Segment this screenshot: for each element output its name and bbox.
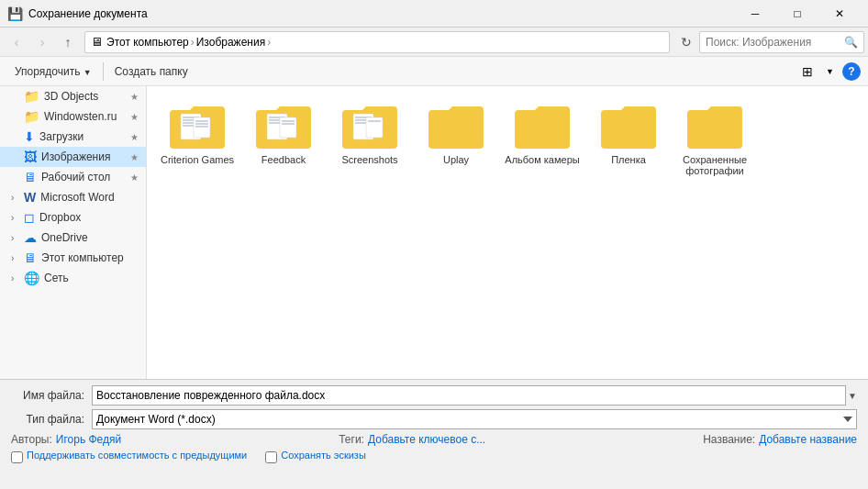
filetype-row: Тип файла: Документ Word (*.docx) [11, 409, 857, 429]
search-box[interactable]: 🔍 [699, 31, 864, 53]
forward-button[interactable]: › [29, 29, 55, 55]
nav-bar: ‹ › ↑ 🖥 Этот компьютер › Изображения › ↻… [0, 28, 868, 57]
sidebar-item-network[interactable]: › 🌐 Сеть [0, 268, 146, 288]
network-icon: 🌐 [24, 271, 39, 285]
download-icon: ⬇ [24, 129, 35, 144]
thumbnails-checkbox[interactable] [265, 451, 277, 463]
sidebar-item-3d-objects[interactable]: 📁 3D Objects ★ [0, 86, 146, 106]
sidebar-item-ms-word[interactable]: › W Microsoft Word [0, 187, 146, 207]
help-button[interactable]: ? [842, 62, 861, 81]
sidebar-item-this-pc[interactable]: › 🖥 Этот компьютер [0, 248, 146, 268]
title-bar-icon: 💾 [7, 6, 23, 21]
thumbnails-checkbox-text: Сохранять эскизы [281, 450, 366, 461]
minimize-button[interactable]: ─ [734, 0, 776, 28]
folder-icon-3d: 📁 [24, 89, 39, 104]
folder-plenka[interactable]: Пленка [587, 95, 670, 183]
svg-rect-13 [280, 117, 296, 138]
search-input[interactable] [706, 36, 844, 49]
images-icon: 🖼 [24, 150, 37, 164]
onedrive-icon: ☁ [24, 230, 37, 245]
checkbox-row: Поддерживать совместимость с предыдущими… [11, 450, 857, 463]
refresh-button[interactable]: ↻ [673, 29, 699, 55]
title-bar-text: Сохранение документа [28, 7, 734, 20]
sidebar-item-dropbox[interactable]: › ◻ Dropbox [0, 207, 146, 228]
breadcrumb-icon: 🖥 [91, 35, 103, 49]
toolbar-right: ⊞ ▼ ? [797, 61, 861, 82]
sidebar: 📁 3D Objects ★ 📁 Windowsten.ru ★ ⬇ Загру… [0, 86, 147, 379]
breadcrumb-part1: Этот компьютер [106, 36, 189, 49]
meta-row: Авторы: Игорь Федяй Теги: Добавьте ключе… [11, 433, 857, 446]
folder-screenshots-label: Screenshots [341, 154, 397, 165]
folder-saved-label: Сохраненные фотографии [677, 154, 752, 176]
breadcrumb[interactable]: 🖥 Этот компьютер › Изображения › [84, 31, 670, 53]
folder-criterion-games[interactable]: Criterion Games [156, 95, 239, 183]
tags-value[interactable]: Добавьте ключевое с... [368, 433, 485, 446]
view-button[interactable]: ⊞ [797, 61, 818, 82]
svg-rect-5 [194, 117, 210, 138]
search-icon: 🔍 [844, 36, 858, 49]
main-area: 📁 3D Objects ★ 📁 Windowsten.ru ★ ⬇ Загру… [0, 86, 868, 379]
bottom-panel: Имя файла: ▼ Тип файла: Документ Word (*… [0, 379, 868, 489]
title-bar-controls: ─ □ ✕ [734, 0, 861, 28]
filename-row: Имя файла: ▼ [11, 385, 857, 406]
new-folder-button[interactable]: Создать папку [107, 61, 195, 82]
organize-button[interactable]: Упорядочить ▼ [7, 61, 99, 82]
folder-screenshots[interactable]: Screenshots [328, 95, 411, 183]
toolbar: Упорядочить ▼ Создать папку ⊞ ▼ ? [0, 57, 868, 86]
toolbar-separator [103, 62, 104, 81]
compat-checkbox-label[interactable]: Поддерживать совместимость с предыдущими [11, 450, 247, 463]
file-area: Criterion Games Feedback [147, 86, 868, 379]
view-dropdown[interactable]: ▼ [821, 64, 839, 79]
title-field-label: Название: [703, 433, 755, 446]
folder-plenka-label: Пленка [611, 154, 646, 165]
authors-value: Игорь Федяй [56, 433, 121, 446]
sidebar-item-onedrive[interactable]: › ☁ OneDrive [0, 228, 146, 248]
folder-saved-photos[interactable]: Сохраненные фотографии [673, 95, 756, 183]
folder-uplay[interactable]: Uplay [415, 95, 497, 183]
filetype-label: Тип файла: [11, 413, 84, 426]
folder-uplay-label: Uplay [443, 154, 469, 165]
desktop-icon: 🖥 [24, 170, 37, 184]
breadcrumb-part2: Изображения [196, 36, 265, 49]
maximize-button[interactable]: □ [776, 0, 818, 28]
authors-label: Авторы: [11, 433, 52, 446]
folder-feedback-label: Feedback [262, 154, 306, 165]
sidebar-item-images[interactable]: 🖼 Изображения ★ [0, 147, 146, 167]
word-icon: W [24, 190, 36, 205]
compat-checkbox-text: Поддерживать совместимость с предыдущими [27, 450, 247, 461]
sidebar-item-downloads[interactable]: ⬇ Загрузки ★ [0, 127, 146, 147]
title-field-value[interactable]: Добавьте название [759, 433, 857, 446]
back-button[interactable]: ‹ [4, 29, 29, 55]
thumbnails-checkbox-label[interactable]: Сохранять эскизы [265, 450, 366, 463]
tags-label: Теги: [339, 433, 364, 446]
computer-icon: 🖥 [24, 250, 37, 265]
dropbox-icon: ◻ [24, 210, 35, 225]
close-button[interactable]: ✕ [818, 0, 861, 28]
folder-album[interactable]: Альбом камеры [501, 95, 584, 183]
sidebar-item-windowsten[interactable]: 📁 Windowsten.ru ★ [0, 106, 146, 127]
filetype-select[interactable]: Документ Word (*.docx) [92, 409, 857, 429]
sidebar-item-desktop[interactable]: 🖥 Рабочий стол ★ [0, 167, 146, 187]
folder-album-label: Альбом камеры [505, 154, 579, 165]
filename-input[interactable] [92, 385, 846, 406]
folder-criterion-label: Criterion Games [161, 154, 234, 165]
up-button[interactable]: ↑ [55, 29, 81, 55]
compat-checkbox[interactable] [11, 451, 23, 463]
folder-icon-windowsten: 📁 [24, 109, 39, 124]
svg-rect-20 [366, 117, 383, 138]
title-bar: 💾 Сохранение документа ─ □ ✕ [0, 0, 868, 28]
folder-feedback[interactable]: Feedback [242, 95, 325, 183]
filename-label: Имя файла: [11, 389, 84, 402]
